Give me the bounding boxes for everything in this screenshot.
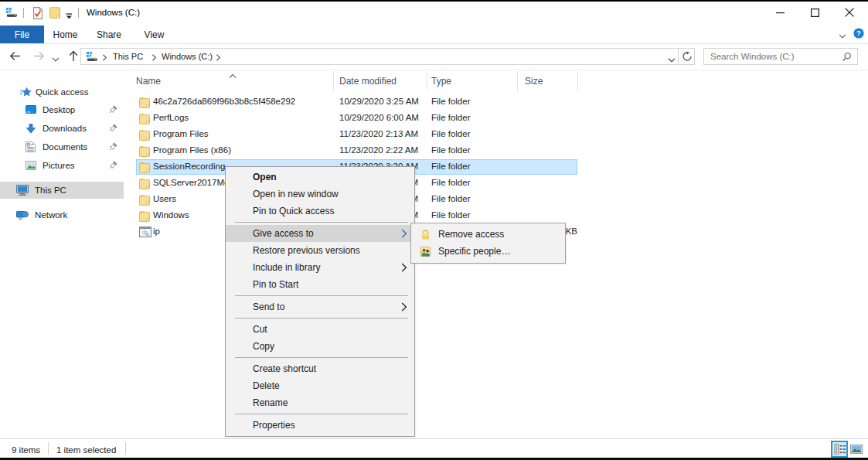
svg-text:?: ?: [856, 29, 861, 37]
